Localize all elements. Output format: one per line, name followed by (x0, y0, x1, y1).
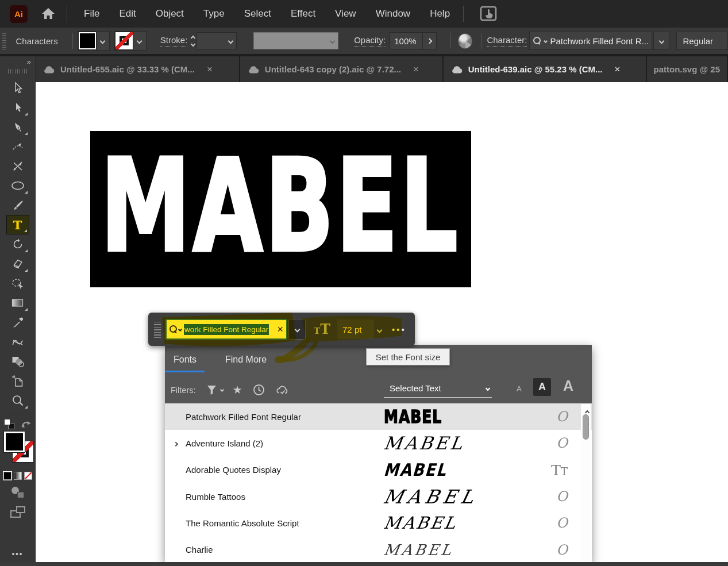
stroke-weight-stepper[interactable] (191, 36, 195, 46)
font-preview: MABEL (383, 541, 455, 559)
filter-funnel-icon[interactable] (206, 384, 224, 396)
font-list-item[interactable]: Adventure Island (2) MABEL O (165, 430, 592, 456)
rotate-view-tool-icon[interactable] (6, 274, 29, 293)
truetype-icon: TT (551, 461, 568, 478)
stroke-color-dropdown[interactable] (133, 39, 146, 43)
swap-fill-stroke-icon[interactable] (20, 419, 32, 429)
font-list-item[interactable]: The Romantic Absolute Script MABEL O (165, 510, 592, 536)
scrollbar[interactable] (581, 404, 591, 561)
close-icon[interactable]: × (207, 64, 213, 75)
expand-chevron-icon[interactable] (174, 438, 178, 448)
menu-file[interactable]: File (74, 8, 109, 20)
eyedropper-tool-icon[interactable] (6, 313, 29, 332)
sample-size-small-button[interactable]: A (517, 384, 522, 393)
clear-search-icon[interactable]: × (277, 324, 283, 334)
screen-mode-icon[interactable] (10, 506, 25, 518)
knife-tool-icon[interactable] (6, 156, 29, 176)
direct-selection-tool-icon[interactable] (6, 98, 29, 117)
font-list-item[interactable]: Rumble Tattoos MABEL O (165, 483, 592, 510)
document-tab[interactable]: patton.svg @ 25 (647, 56, 728, 82)
panel-grip[interactable] (2, 32, 6, 49)
artwork-text-frame[interactable]: MABEL (90, 131, 471, 287)
menu-divider (67, 6, 67, 22)
font-size-dropdown[interactable] (378, 324, 382, 334)
ellipse-tool-icon[interactable] (6, 176, 29, 195)
variable-width-dropdown[interactable] (253, 32, 338, 49)
opacity-expand-arrow[interactable] (423, 32, 437, 49)
character-label[interactable]: Character: (487, 35, 527, 47)
menu-object[interactable]: Object (146, 8, 194, 20)
favorites-filter-icon[interactable]: ★ (233, 383, 242, 396)
stroke-weight-field[interactable] (197, 32, 237, 49)
color-wheel-icon[interactable] (458, 33, 472, 49)
tab-fonts[interactable]: Fonts (174, 355, 197, 365)
menu-view[interactable]: View (325, 8, 366, 20)
menu-edit[interactable]: Edit (109, 8, 145, 20)
touch-pointer-icon[interactable] (479, 5, 498, 22)
gradient-tool-icon[interactable] (6, 293, 29, 313)
rotate-tool-icon[interactable] (6, 234, 29, 254)
pen-tool-icon[interactable] (6, 117, 29, 137)
document-tab-active[interactable]: Untitled-639.aic @ 55.23 % (CM... × (444, 56, 647, 82)
type-tool-icon[interactable]: T (6, 215, 29, 234)
scrollbar-thumb[interactable] (583, 414, 589, 440)
default-fill-stroke-icon[interactable] (4, 419, 14, 429)
activated-fonts-filter-icon[interactable] (275, 384, 289, 396)
document-tab[interactable]: Untitled-655.aic @ 33.33 % (CM... × (36, 56, 240, 82)
font-list-item[interactable]: Adorable Quotes Display MABEL TT (165, 457, 592, 483)
opacity-field[interactable]: 100% (389, 32, 423, 49)
illustrator-logo[interactable]: Ai (10, 5, 28, 23)
fill-color-swatch[interactable] (79, 32, 96, 49)
artwork-text: MABEL (101, 132, 460, 280)
opacity-label[interactable]: Opacity: (354, 35, 386, 47)
scope-dropdown[interactable]: Selected Text (384, 382, 492, 398)
menu-type[interactable]: Type (194, 8, 234, 20)
shape-builder-tool-icon[interactable] (6, 352, 29, 371)
menu-help[interactable]: Help (420, 8, 460, 20)
font-family-dropdown[interactable] (653, 32, 669, 50)
font-size-field[interactable]: 72 pt (337, 319, 374, 339)
recent-filter-icon[interactable] (253, 384, 265, 396)
document-tab[interactable]: Untitled-643 copy (2).aic @ 7.72... × (240, 56, 444, 82)
font-name: Adventure Island (2) (186, 438, 263, 448)
gradient-button[interactable] (14, 472, 22, 480)
draw-mode-icon[interactable] (11, 487, 24, 498)
font-list-dropdown-button[interactable] (288, 319, 306, 340)
paintbrush-tool-icon[interactable] (6, 195, 29, 215)
sample-size-large-button[interactable]: A (563, 378, 573, 394)
curvature-tool-icon[interactable] (6, 137, 29, 156)
blend-tool-icon[interactable] (6, 332, 29, 352)
font-name: Adorable Quotes Display (186, 465, 281, 475)
menu-window[interactable]: Window (366, 8, 420, 20)
home-icon[interactable] (40, 6, 56, 22)
close-icon[interactable]: × (615, 64, 621, 75)
toolbar-expand-button[interactable]: » (0, 56, 35, 68)
eraser-tool-icon[interactable] (6, 254, 29, 274)
widget-grip[interactable] (154, 321, 161, 338)
font-size-icon: TT (314, 322, 330, 336)
font-list-item[interactable]: Patchwork Filled Font Regular MABEL O (165, 403, 592, 430)
character-touch-widget: work Filled Font Regular × TT 72 pt ••• (148, 313, 415, 346)
sample-size-medium-button[interactable]: A (533, 378, 551, 396)
zoom-tool-icon[interactable] (6, 391, 29, 410)
selection-tool-icon[interactable] (6, 78, 29, 98)
font-style-field[interactable]: Regular (676, 32, 728, 50)
menu-select[interactable]: Select (234, 8, 281, 20)
stroke-color-swatch[interactable] (115, 32, 133, 49)
edit-toolbar-button[interactable]: ••• (12, 549, 24, 558)
tab-find-more[interactable]: Find More (225, 355, 267, 365)
color-button[interactable] (3, 472, 11, 480)
font-family-field[interactable]: Patchwork Filled Font R... (529, 32, 652, 50)
fill-color-dropdown[interactable] (97, 39, 109, 43)
artboard-tool-icon[interactable] (6, 371, 29, 391)
widget-more-options[interactable]: ••• (392, 325, 406, 334)
close-icon[interactable]: × (413, 64, 419, 75)
font-search-field[interactable]: work Filled Font Regular × (165, 319, 287, 340)
stroke-weight-label[interactable]: Stroke: (160, 35, 188, 47)
fill-swatch[interactable] (4, 432, 25, 452)
toolbar-grip[interactable] (8, 69, 28, 74)
font-list-item[interactable]: Charlie MABEL O (165, 536, 592, 562)
menu-effect[interactable]: Effect (281, 8, 325, 20)
none-button[interactable] (24, 472, 32, 480)
control-bar: Characters Stroke: Opacity: 100% Charact… (0, 28, 728, 54)
